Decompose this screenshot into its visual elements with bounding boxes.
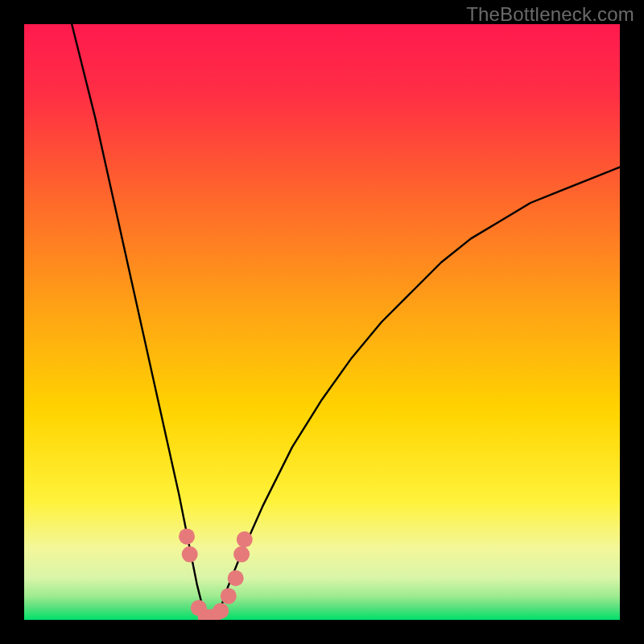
marker-left-1: [179, 528, 195, 544]
marker-right-1: [233, 547, 250, 563]
gradient-background: [24, 24, 620, 620]
bottleneck-chart: [24, 24, 620, 620]
marker-left-2: [182, 547, 198, 563]
marker-bottom-5: [221, 588, 237, 604]
watermark-text: TheBottleneck.com: [466, 3, 634, 26]
marker-bottom-4: [213, 603, 229, 619]
marker-bottom-6: [228, 570, 244, 586]
marker-right-2: [237, 531, 253, 547]
